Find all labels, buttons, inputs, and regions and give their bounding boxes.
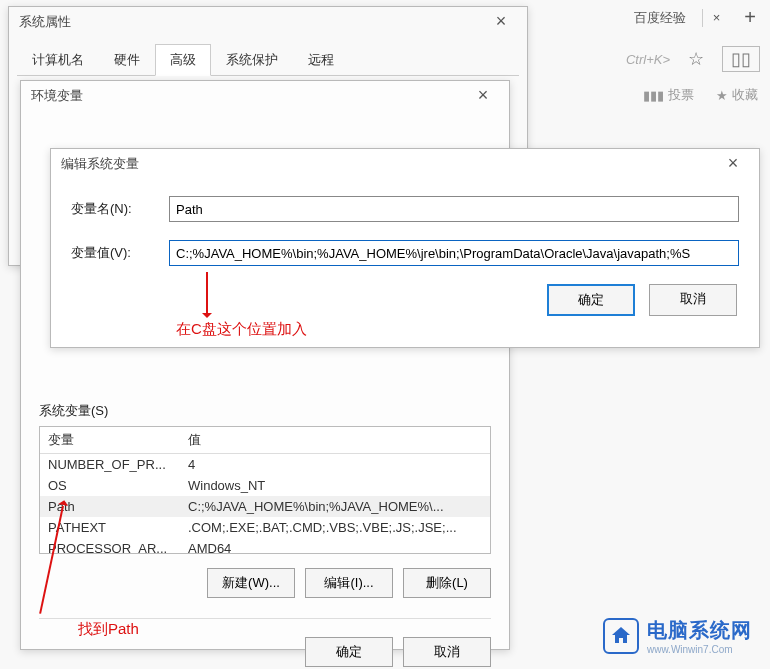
variable-value-label: 变量值(V): — [71, 244, 151, 262]
tab-system-protection[interactable]: 系统保护 — [211, 44, 293, 75]
bar-chart-icon: ▮▮▮ — [643, 88, 664, 103]
ok-button[interactable]: 确定 — [547, 284, 635, 316]
table-row[interactable]: NUMBER_OF_PR...4 — [40, 454, 490, 476]
cancel-button[interactable]: 取消 — [649, 284, 737, 316]
library-icon[interactable]: ▯▯ — [722, 46, 760, 72]
favorite-button[interactable]: ★收藏 — [716, 86, 758, 104]
column-header-value[interactable]: 值 — [180, 427, 490, 454]
tab-hardware[interactable]: 硬件 — [99, 44, 155, 75]
column-header-variable[interactable]: 变量 — [40, 427, 180, 454]
browser-tab-title[interactable]: 百度经验 — [618, 9, 703, 27]
edit-system-variable-dialog: 编辑系统变量 × 变量名(N): 变量值(V): 确定 取消 — [50, 148, 760, 348]
variable-name-label: 变量名(N): — [71, 200, 151, 218]
page-actions: ▮▮▮投票 ★收藏 — [643, 86, 758, 104]
bookmark-star-icon[interactable]: ☆ — [680, 48, 712, 70]
dialog-title: 编辑系统变量 — [61, 155, 139, 173]
browser-tab-strip: 百度经验 × + — [618, 6, 770, 29]
tab-strip: 计算机名 硬件 高级 系统保护 远程 — [17, 44, 519, 76]
new-tab-icon[interactable]: + — [730, 6, 770, 29]
tab-close-icon[interactable]: × — [713, 10, 721, 25]
house-icon — [603, 618, 639, 654]
logo-name: 电脑系统网 — [647, 617, 752, 644]
vote-button[interactable]: ▮▮▮投票 — [643, 86, 694, 104]
cancel-button[interactable]: 取消 — [403, 637, 491, 667]
system-variables-label: 系统变量(S) — [39, 402, 491, 420]
window-title: 系统属性 — [19, 13, 71, 31]
variable-name-input[interactable] — [169, 196, 739, 222]
table-row-path[interactable]: PathC:;%JAVA_HOME%\bin;%JAVA_HOME%\... — [40, 496, 490, 517]
table-row[interactable]: PATHEXT.COM;.EXE;.BAT;.CMD;.VBS;.VBE;.JS… — [40, 517, 490, 538]
tab-advanced[interactable]: 高级 — [155, 44, 211, 76]
system-variables-table[interactable]: 变量 值 NUMBER_OF_PR...4 OSWindows_NT PathC… — [39, 426, 491, 554]
ok-button[interactable]: 确定 — [305, 637, 393, 667]
star-icon: ★ — [716, 88, 728, 103]
tab-computer-name[interactable]: 计算机名 — [17, 44, 99, 75]
window-title: 环境变量 — [31, 87, 83, 105]
new-button[interactable]: 新建(W)... — [207, 568, 295, 598]
watermark-logo: 电脑系统网 www.Winwin7.Com — [603, 617, 752, 655]
variable-value-input[interactable] — [169, 240, 739, 266]
delete-button[interactable]: 删除(L) — [403, 568, 491, 598]
close-icon[interactable]: × — [713, 153, 753, 174]
tab-remote[interactable]: 远程 — [293, 44, 349, 75]
close-icon[interactable]: × — [481, 11, 521, 32]
edit-button[interactable]: 编辑(I)... — [305, 568, 393, 598]
address-bar-hint[interactable]: Ctrl+K> — [626, 52, 670, 67]
close-icon[interactable]: × — [463, 85, 503, 106]
table-row[interactable]: PROCESSOR_AR...AMD64 — [40, 538, 490, 554]
logo-url: www.Winwin7.Com — [647, 644, 752, 655]
table-row[interactable]: OSWindows_NT — [40, 475, 490, 496]
